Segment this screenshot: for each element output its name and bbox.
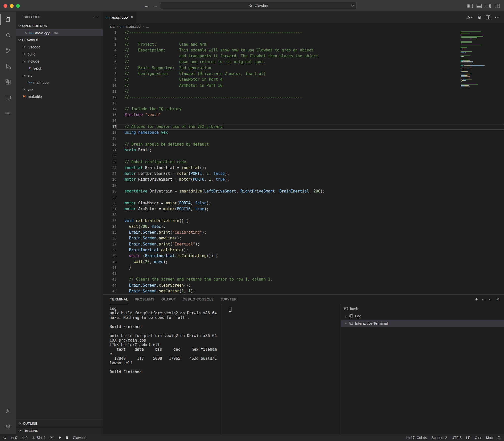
terminal-interactive-pane[interactable]: [222, 304, 341, 434]
line-number[interactable]: 15: [103, 112, 116, 118]
line-number[interactable]: 11: [103, 89, 116, 94]
folder-include[interactable]: include: [16, 58, 103, 65]
line-number[interactable]: 20: [103, 142, 116, 147]
problems-warnings[interactable]: ⚠0: [21, 436, 27, 440]
activity-run-debug[interactable]: [0, 59, 16, 74]
line-number[interactable]: 43: [103, 277, 116, 282]
line-number[interactable]: 34: [103, 224, 116, 230]
code-line-2[interactable]: 2//: [103, 36, 504, 41]
vex-stop[interactable]: [66, 436, 69, 439]
line-number[interactable]: 32: [103, 212, 116, 218]
line-number[interactable]: 17: [103, 124, 116, 130]
close-editor-icon[interactable]: ✕: [24, 31, 28, 35]
activity-remote-explorer[interactable]: [0, 90, 16, 105]
line-number[interactable]: 5: [103, 53, 116, 59]
activity-explorer[interactable]: [0, 12, 16, 27]
line-number[interactable]: 26: [103, 177, 116, 182]
folder-.vscode[interactable]: .vscode: [16, 43, 103, 50]
code-line-31[interactable]: 31motor ArmMotor = motor(PORT10, true);: [103, 206, 504, 212]
code-line-23[interactable]: 23// Robot configuration code.: [103, 159, 504, 165]
code-editor[interactable]: 1//-------------------------------------…: [103, 30, 504, 294]
line-number[interactable]: 22: [103, 153, 116, 159]
folder-src[interactable]: src: [16, 72, 103, 79]
indentation[interactable]: Spaces: 2: [431, 436, 447, 440]
line-number[interactable]: 2: [103, 36, 116, 41]
activity-search[interactable]: [0, 27, 16, 43]
terminal-launch-chevron-icon[interactable]: [482, 299, 485, 300]
line-number[interactable]: 18: [103, 130, 116, 135]
cursor-position[interactable]: Ln 17, Col 44: [406, 436, 427, 440]
language-mode[interactable]: C++: [475, 436, 481, 440]
terminal-log-pane[interactable]: Log unix build for platform vexiq2 on Da…: [103, 304, 222, 434]
code-line-1[interactable]: 1//-------------------------------------…: [103, 30, 504, 36]
line-number[interactable]: 19: [103, 135, 116, 141]
code-line-35[interactable]: 35 Brain.Screen.print("Calibrating");: [103, 230, 504, 235]
line-number[interactable]: 16: [103, 118, 116, 124]
line-number[interactable]: 38: [103, 247, 116, 253]
minimize-window-button[interactable]: [10, 4, 14, 8]
line-number[interactable]: 10: [103, 83, 116, 89]
code-line-18[interactable]: 18using namespace vex;: [103, 130, 504, 135]
code-line-4[interactable]: 4// Description: This example will show …: [103, 47, 504, 53]
breadcrumb-symbol[interactable]: …: [146, 24, 149, 29]
code-line-22[interactable]: 22: [103, 153, 504, 159]
editor-settings-icon[interactable]: ⚙: [478, 15, 482, 20]
code-line-6[interactable]: 6// down and returns to its original spo…: [103, 59, 504, 65]
encoding[interactable]: UTF-8: [452, 436, 462, 440]
file-makefile[interactable]: Mmakefile: [16, 93, 103, 100]
panel-tab-jupyter[interactable]: JUPYTER: [221, 295, 237, 304]
code-line-44[interactable]: 44 Brain.Screen.clearScreen();: [103, 283, 504, 288]
new-terminal-button[interactable]: +: [475, 297, 478, 302]
tab-main-cpp[interactable]: C++ main.cpp ✕: [103, 12, 136, 23]
code-line-16[interactable]: 16: [103, 118, 504, 124]
breadcrumb-file[interactable]: main.cpp: [126, 24, 141, 29]
activity-source-control[interactable]: [0, 43, 16, 59]
code-line-24[interactable]: 24inertial BrainInertial = inertial();: [103, 165, 504, 171]
code-line-30[interactable]: 30motor ClawMotor = motor(PORT4, false);: [103, 200, 504, 206]
breadcrumb-src[interactable]: src: [110, 24, 115, 29]
code-line-15[interactable]: 15#include "vex.h": [103, 112, 504, 118]
line-number[interactable]: 44: [103, 283, 116, 288]
activity-accounts[interactable]: [0, 403, 16, 419]
activity-extensions[interactable]: [0, 74, 16, 90]
line-number[interactable]: 1: [103, 30, 116, 36]
code-line-27[interactable]: 27: [103, 183, 504, 188]
line-number[interactable]: 33: [103, 218, 116, 224]
line-number[interactable]: 14: [103, 106, 116, 112]
notifications[interactable]: [497, 436, 501, 439]
line-number[interactable]: 3: [103, 42, 116, 47]
line-number[interactable]: 45: [103, 288, 116, 294]
toggle-secondary-sidebar-icon[interactable]: [486, 4, 491, 8]
line-number[interactable]: 31: [103, 206, 116, 212]
terminal-list-item-log[interactable]: ┌Log: [341, 312, 504, 320]
code-line-36[interactable]: 36 Brain.Screen.newLine();: [103, 235, 504, 241]
panel-tab-output[interactable]: OUTPUT: [161, 295, 176, 304]
code-line-7[interactable]: 7// Brain Supported: 2nd generation: [103, 65, 504, 71]
line-number[interactable]: 21: [103, 147, 116, 153]
line-number[interactable]: 37: [103, 241, 116, 247]
line-number[interactable]: 12: [103, 94, 116, 100]
code-line-43[interactable]: 43 // Clears the screen and returns the …: [103, 277, 504, 282]
vex-run[interactable]: [58, 436, 62, 439]
open-editor-item-main-cpp[interactable]: ✕ C++ main.cpp src: [16, 29, 103, 36]
close-panel-icon[interactable]: ✕: [496, 297, 499, 302]
panel-tab-problems[interactable]: PROBLEMS: [135, 295, 154, 304]
folder-vex[interactable]: vex: [16, 86, 103, 93]
command-center[interactable]: Clawbot: [161, 2, 357, 9]
file-vex.h[interactable]: Cvex.h: [16, 65, 103, 72]
code-line-39[interactable]: 39 while (BrainInertial.isCalibrating())…: [103, 253, 504, 259]
navigate-forward-button[interactable]: →: [154, 3, 158, 9]
project-section-header[interactable]: CLAWBOT: [16, 36, 103, 43]
toggle-primary-sidebar-icon[interactable]: [467, 4, 473, 8]
file-main.cpp[interactable]: C++main.cpp: [16, 79, 103, 86]
panel-tab-debug-console[interactable]: DEBUG CONSOLE: [183, 295, 214, 304]
code-line-19[interactable]: 19: [103, 135, 504, 141]
project-name[interactable]: Clawbot: [73, 436, 86, 440]
outline-section-header[interactable]: OUTLINE: [16, 420, 103, 427]
code-line-40[interactable]: 40 wait(25, msec);: [103, 259, 504, 265]
line-number[interactable]: 27: [103, 183, 116, 188]
eol[interactable]: LF: [466, 436, 470, 440]
line-number[interactable]: 23: [103, 159, 116, 165]
code-line-37[interactable]: 37 Brain.Screen.print("Inertial");: [103, 241, 504, 247]
vex-brain[interactable]: [50, 436, 54, 439]
